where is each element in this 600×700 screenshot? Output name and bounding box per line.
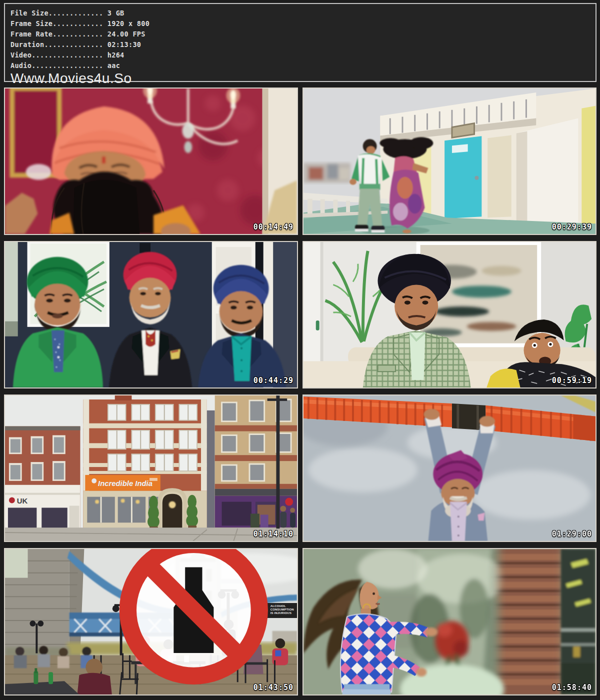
timestamp-overlay: 01:43:50: [254, 683, 294, 692]
timestamp-overlay: 01:29:00: [552, 530, 592, 538]
uk-sign-text: UK: [17, 496, 28, 504]
timestamp-overlay: 00:44:29: [254, 376, 294, 385]
scene-8-illustration: [304, 549, 596, 694]
timestamp-overlay: 00:14:49: [254, 222, 294, 232]
screenshot-2: 00:29:39: [302, 88, 596, 235]
scene-3-illustration: [5, 242, 297, 388]
scene-4-illustration: [304, 242, 596, 388]
screenshot-3: 00:44:29: [4, 241, 298, 388]
watermark-text: Www.Movies4u.So: [10, 71, 596, 86]
info-line-duration: Duration.............. 02:13:30: [10, 40, 596, 50]
info-line-file-size: File Size............. 3 GB: [10, 8, 596, 18]
no-alcohol-icon: [116, 548, 271, 688]
screenshot-7: ALCOHOL CONSUMPTION IS INJURIOUS 01:43:5…: [4, 548, 298, 696]
info-line-frame-size: Frame Size............ 1920 x 800: [10, 18, 596, 29]
screenshot-6: 01:29:00: [302, 394, 596, 542]
alcohol-warning-overlay: ALCOHOL CONSUMPTION IS INJURIOUS: [116, 548, 297, 688]
scene-5-illustration: UK Incredible India: [5, 396, 297, 541]
info-line-frame-rate: Frame Rate............ 24.00 FPS: [10, 29, 596, 40]
screenshot-4: 00:59:19: [302, 241, 596, 388]
alcohol-warning-text: ALCOHOL CONSUMPTION IS INJURIOUS: [268, 603, 297, 618]
info-line-audio: Audio................. aac: [10, 60, 596, 71]
restaurant-sign-text: Incredible India: [98, 480, 152, 488]
timestamp-overlay: 00:29:39: [552, 222, 592, 232]
scene-2-illustration: [304, 88, 596, 234]
scene-6-illustration: [304, 396, 596, 541]
timestamp-overlay: 01:58:40: [552, 683, 592, 692]
timestamp-overlay: 01:14:10: [254, 530, 294, 538]
screenshot-8: 01:58:40: [302, 548, 596, 696]
timestamp-overlay: 00:59:19: [552, 376, 592, 385]
media-info-panel: File Size............. 3 GB Frame Size..…: [4, 3, 596, 82]
scene-1-illustration: [5, 88, 297, 234]
screenshot-1: 00:14:49: [4, 88, 298, 235]
screenshot-grid: 00:14:49: [4, 88, 596, 696]
info-line-video: Video................. h264: [10, 50, 596, 60]
screenshot-5: UK Incredible India: [4, 394, 298, 542]
